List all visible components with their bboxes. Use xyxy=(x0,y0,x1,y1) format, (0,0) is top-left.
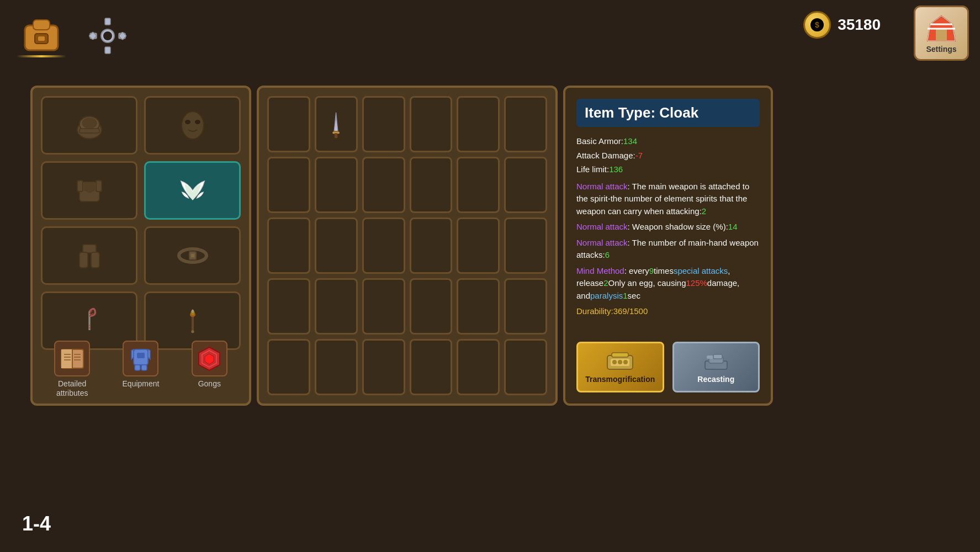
mind-method-v5: paralysis xyxy=(590,291,623,300)
attack-damage-value: -7 xyxy=(635,151,643,160)
backpack-icon-container[interactable] xyxy=(17,14,66,57)
action-buttons: Transmogrification Recasting xyxy=(576,342,760,392)
inventory-grid xyxy=(267,96,547,395)
svg-rect-77 xyxy=(713,354,722,359)
svg-rect-66 xyxy=(335,133,337,138)
mind-method-v1: 9 xyxy=(649,266,654,275)
mind-method-v2: special attacks xyxy=(674,266,728,275)
inv-slot-0-3[interactable] xyxy=(410,96,453,152)
inv-slot-3-4[interactable] xyxy=(457,278,500,335)
inv-slot-4-1[interactable] xyxy=(315,339,358,395)
chest-icon xyxy=(73,174,106,207)
ability-1-prefix: Normal attack xyxy=(576,182,628,191)
inv-slot-1-2[interactable] xyxy=(362,157,405,213)
inv-slot-1-3[interactable] xyxy=(410,157,453,213)
mind-method-v4: 125% xyxy=(686,278,707,288)
tab-detailed-label: Detailedattributes xyxy=(56,379,88,398)
inv-slot-1-0[interactable] xyxy=(267,157,310,213)
inv-slot-2-5[interactable] xyxy=(504,217,547,274)
inv-slot-0-2[interactable] xyxy=(362,96,405,152)
coin-amount: 35180 xyxy=(838,16,881,34)
torch-icon xyxy=(176,304,209,337)
inv-slot-2-4[interactable] xyxy=(457,217,500,274)
stat-basic-armor: Basic Armor:134 xyxy=(576,135,760,148)
ability-normal-attack-3: Normal attack: The number of main-hand w… xyxy=(576,237,760,262)
stat-attack-damage: Attack Damage:-7 xyxy=(576,150,760,162)
mask-slot[interactable] xyxy=(144,96,241,155)
inv-slot-4-3[interactable] xyxy=(410,339,453,395)
ability-3-value: 6 xyxy=(605,250,610,259)
recast-label: Recasting xyxy=(697,375,734,384)
ability-mind-method: Mind Method: every9timesspecial attacks,… xyxy=(576,265,760,302)
inv-slot-2-0[interactable] xyxy=(267,217,310,274)
life-limit-label: Life limit: xyxy=(576,164,609,174)
item-stats: Basic Armor:134 Attack Damage:-7 Life li… xyxy=(576,135,760,333)
item-info-panel: Item Type: Cloak Basic Armor:134 Attack … xyxy=(563,86,773,406)
legs-slot[interactable] xyxy=(41,226,137,285)
helmet-slot[interactable] xyxy=(41,96,137,155)
tab-detailed-attributes[interactable]: Detailedattributes xyxy=(54,341,90,398)
inv-slot-0-0[interactable] xyxy=(267,96,310,152)
svg-point-23 xyxy=(82,118,97,129)
inv-slot-1-4[interactable] xyxy=(457,157,500,213)
svg-rect-1 xyxy=(33,20,50,30)
gear-icon xyxy=(88,17,127,55)
mask-icon xyxy=(176,109,209,142)
inv-slot-2-3[interactable] xyxy=(410,217,453,274)
recasting-button[interactable]: Recasting xyxy=(672,342,760,392)
attack-damage-label: Attack Damage: xyxy=(576,151,635,160)
svg-point-72 xyxy=(623,360,628,364)
level-indicator: 1-4 xyxy=(22,512,51,535)
gear-icon-container[interactable] xyxy=(88,17,127,55)
svg-point-13 xyxy=(103,31,112,40)
equipment-grid xyxy=(41,96,241,350)
inv-slot-1-1[interactable] xyxy=(315,157,358,213)
settings-button[interactable]: Settings xyxy=(914,6,969,61)
settings-label: Settings xyxy=(926,45,956,54)
inv-slot-4-5[interactable] xyxy=(504,339,547,395)
inv-slot-3-0[interactable] xyxy=(267,278,310,335)
tab-gongs[interactable]: Gongs xyxy=(192,341,227,398)
svg-rect-24 xyxy=(80,129,99,133)
cloak-slot[interactable] xyxy=(144,161,241,220)
inv-slot-2-1[interactable] xyxy=(315,217,358,274)
tab-equipment[interactable]: Equipment xyxy=(123,341,160,398)
basic-armor-value: 134 xyxy=(623,136,637,146)
inv-slot-0-1[interactable] xyxy=(315,96,358,152)
durability-line: Durability:369/1500 xyxy=(576,306,760,316)
inv-slot-4-2[interactable] xyxy=(362,339,405,395)
inv-slot-1-5[interactable] xyxy=(504,157,547,213)
svg-text:$: $ xyxy=(815,20,819,29)
backpack-icon xyxy=(19,14,63,53)
mind-method-prefix: Mind Method xyxy=(576,266,624,275)
svg-rect-59 xyxy=(141,365,147,370)
svg-rect-30 xyxy=(96,181,102,192)
inv-slot-3-3[interactable] xyxy=(410,278,453,335)
armor-icon xyxy=(127,345,155,373)
top-bar: $ 35180 Settings xyxy=(0,0,980,72)
dagger-icon xyxy=(330,109,342,140)
durability-text: Durability:369/1500 xyxy=(576,306,648,316)
inv-slot-3-2[interactable] xyxy=(362,278,405,335)
legs-icon xyxy=(73,239,106,272)
tab-equipment-label: Equipment xyxy=(123,379,160,389)
bottom-tabs: Detailedattributes Equipment xyxy=(33,341,249,398)
inv-slot-4-4[interactable] xyxy=(457,339,500,395)
transmog-icon xyxy=(606,350,634,372)
inv-slot-0-4[interactable] xyxy=(457,96,500,152)
ability-2-text: : Weapon shadow size (%): xyxy=(628,222,728,231)
belt-icon xyxy=(176,239,209,272)
basic-armor-label: Basic Armor: xyxy=(576,136,623,146)
inv-slot-3-5[interactable] xyxy=(504,278,547,335)
svg-point-25 xyxy=(182,112,204,139)
belt-slot[interactable] xyxy=(144,226,241,285)
ability-2-value: 14 xyxy=(728,222,738,231)
inv-slot-4-0[interactable] xyxy=(267,339,310,395)
inv-slot-3-1[interactable] xyxy=(315,278,358,335)
inv-slot-0-5[interactable] xyxy=(504,96,547,152)
svg-rect-48 xyxy=(61,349,72,368)
inv-slot-2-2[interactable] xyxy=(362,217,405,274)
transmogrification-button[interactable]: Transmogrification xyxy=(576,342,664,392)
chest-slot[interactable] xyxy=(41,161,137,220)
svg-rect-76 xyxy=(707,355,713,359)
